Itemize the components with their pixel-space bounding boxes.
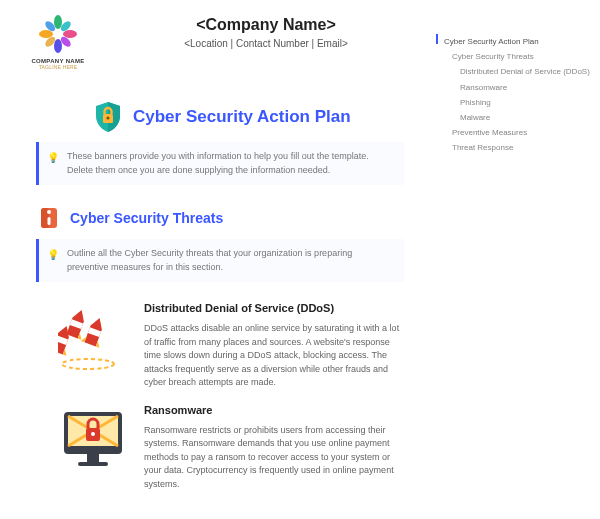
svg-point-3: [39, 30, 53, 38]
toc-cursor-icon: [436, 34, 438, 44]
threat-body: Distributed Denial of Service (DDoS) DDo…: [144, 302, 404, 390]
threat-description: DDoS attacks disable an online service b…: [144, 322, 404, 390]
toc-item[interactable]: Cyber Security Action Plan: [444, 34, 594, 49]
document-main: COMPANY NAME TAGLINE HERE <Company Name>…: [0, 0, 440, 491]
svg-point-25: [91, 432, 95, 436]
svg-rect-23: [78, 462, 108, 466]
toc-item[interactable]: Cyber Security Threats: [452, 49, 594, 64]
title-block: <Company Name> <Location | Contact Numbe…: [110, 12, 422, 49]
info-banner: 💡 Outline all the Cyber Security threats…: [36, 239, 404, 282]
ransomware-monitor-icon: [58, 404, 128, 474]
company-logo-icon: [36, 12, 80, 56]
threats-heading: Cyber Security Threats: [70, 210, 223, 226]
threat-body: Ransomware Ransomware restricts or prohi…: [144, 404, 404, 492]
info-banner: 💡 These banners provide you with informa…: [36, 142, 404, 185]
svg-rect-13: [48, 217, 51, 225]
threat-title: Distributed Denial of Service (DDoS): [144, 302, 404, 314]
shield-lock-icon: [93, 100, 123, 134]
lightbulb-icon: 💡: [47, 150, 59, 177]
banner-text: These banners provide you with informati…: [67, 150, 394, 177]
header: COMPANY NAME TAGLINE HERE <Company Name>…: [18, 12, 422, 70]
svg-point-9: [106, 116, 109, 119]
door-threat-icon: [38, 205, 60, 231]
toc-item[interactable]: Malware: [460, 110, 594, 125]
company-name: <Company Name>: [110, 16, 422, 34]
page-title: Cyber Security Action Plan: [133, 107, 351, 127]
table-of-contents: Cyber Security Action Plan Cyber Securit…: [444, 34, 594, 156]
threat-description: Ransomware restricts or prohibits users …: [144, 424, 404, 492]
svg-point-2: [54, 39, 62, 53]
svg-point-17: [62, 359, 114, 369]
main-section-title: Cyber Security Action Plan: [93, 100, 422, 134]
svg-point-0: [54, 15, 62, 29]
toc-item[interactable]: Preventive Measures: [452, 125, 594, 140]
threat-item: Ransomware Ransomware restricts or prohi…: [58, 404, 404, 492]
banner-text: Outline all the Cyber Security threats t…: [67, 247, 394, 274]
threats-section-title: Cyber Security Threats: [38, 205, 422, 231]
threat-title: Ransomware: [144, 404, 404, 416]
threat-item: Distributed Denial of Service (DDoS) DDo…: [58, 302, 404, 390]
lightbulb-icon: 💡: [47, 247, 59, 274]
company-meta: <Location | Contact Number | Email>: [110, 38, 422, 49]
ddos-missiles-icon: [58, 302, 128, 372]
logo-tagline: TAGLINE HERE: [39, 64, 78, 70]
logo-block: COMPANY NAME TAGLINE HERE: [18, 12, 98, 70]
toc-item[interactable]: Phishing: [460, 95, 594, 110]
toc-item[interactable]: Distributed Denial of Service (DDoS): [460, 64, 594, 79]
svg-point-1: [63, 30, 77, 38]
svg-point-12: [47, 210, 51, 214]
toc-item[interactable]: Ransomware: [460, 80, 594, 95]
svg-rect-22: [87, 454, 99, 462]
toc-item[interactable]: Threat Response: [452, 140, 594, 155]
